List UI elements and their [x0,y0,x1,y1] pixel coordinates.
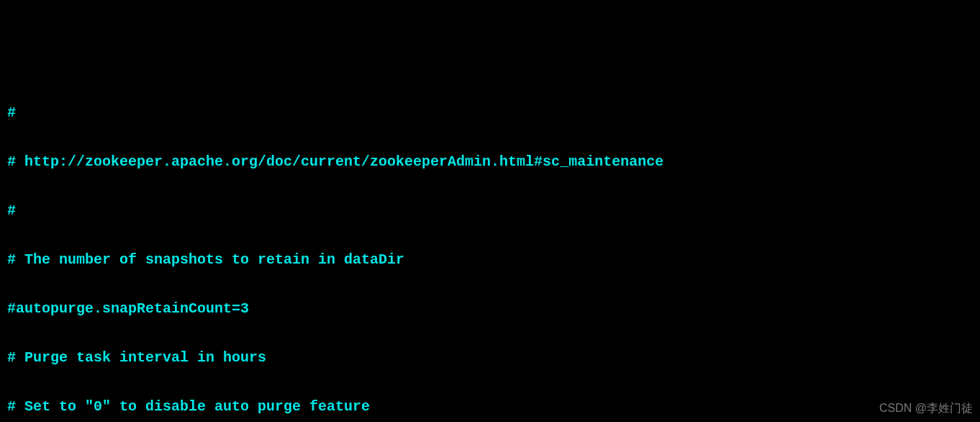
config-line: #autopurge.snapRetainCount=3 [7,297,973,321]
config-line: # The number of snapshots to retain in d… [7,248,973,272]
comment-text: # Set to "0" to disable auto purge featu… [7,398,370,415]
config-line: # http://zookeeper.apache.org/doc/curren… [7,150,973,174]
watermark-text: CSDN @李姓门徒 [879,398,973,418]
comment-text: # [7,104,16,121]
config-line: # [7,101,973,125]
config-line: # Set to "0" to disable auto purge featu… [7,395,973,419]
config-line: # [7,199,973,223]
comment-text: # Purge task interval in hours [7,349,266,366]
config-line: # Purge task interval in hours [7,346,973,370]
comment-text: # [7,202,16,219]
comment-text: #autopurge.snapRetainCount=3 [7,300,249,317]
comment-text: # The number of snapshots to retain in d… [7,251,404,268]
comment-text: # http://zookeeper.apache.org/doc/curren… [7,153,663,170]
